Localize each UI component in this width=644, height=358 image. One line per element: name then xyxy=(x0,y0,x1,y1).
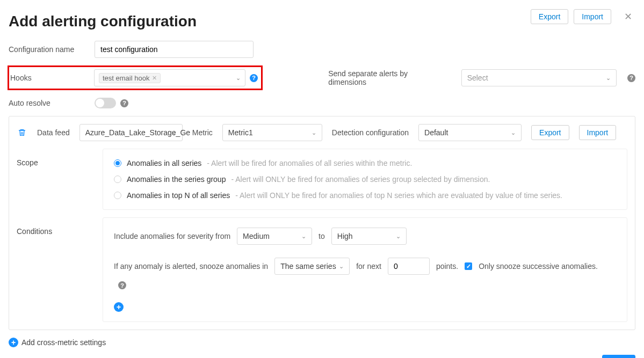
chevron-down-icon: ⌄ xyxy=(511,129,516,136)
auto-resolve-toggle[interactable] xyxy=(95,98,116,108)
chevron-down-icon: ⌄ xyxy=(301,233,306,240)
scope-option-desc: - Alert will be fired for anomalies of a… xyxy=(207,159,412,167)
add-condition-button[interactable]: + xyxy=(114,302,124,312)
scope-option-topn[interactable]: Anomalies in top N of all series - Alert… xyxy=(114,191,616,200)
conditions-label: Conditions xyxy=(17,217,103,236)
add-cross-metric-button[interactable]: + Add cross-metric settings xyxy=(9,338,635,347)
chevron-down-icon: ⌄ xyxy=(339,263,344,270)
add-cross-metric-label: Add cross-metric settings xyxy=(21,338,106,347)
detection-config-select[interactable]: Default ⌄ xyxy=(418,124,522,141)
chevron-down-icon: ⌄ xyxy=(606,75,611,82)
hooks-label: Hooks xyxy=(9,74,94,82)
for-next-label: for next xyxy=(356,262,381,271)
to-label: to xyxy=(319,232,325,240)
successive-label: Only snooze successive anomalies. xyxy=(479,262,598,271)
data-feed-select[interactable]: Azure_Data_Lake_Storage_Ge ⌄ xyxy=(79,124,183,141)
radio-icon xyxy=(114,159,121,167)
import-button[interactable]: Import xyxy=(574,9,611,24)
chevron-down-icon: ⌄ xyxy=(312,129,316,136)
help-icon[interactable]: ? xyxy=(120,99,128,107)
scope-panel: Anomalies in all series - Alert will be … xyxy=(103,149,627,210)
dimensions-label: Send separate alerts by dimensions xyxy=(328,69,445,86)
detection-config-label: Detection configuration xyxy=(332,128,409,137)
points-label: points. xyxy=(436,262,458,271)
config-name-input[interactable] xyxy=(95,41,254,58)
chevron-down-icon: ⌄ xyxy=(396,233,401,240)
feed-export-button[interactable]: Export xyxy=(531,125,569,140)
scope-option-group[interactable]: Anomalies in the series group - Alert wi… xyxy=(114,175,616,184)
severity-to-value: High xyxy=(337,232,353,240)
chevron-down-icon: ⌄ xyxy=(236,75,241,82)
export-button[interactable]: Export xyxy=(531,9,568,24)
scope-option-all[interactable]: Anomalies in all series - Alert will be … xyxy=(114,159,616,167)
severity-from-value: Medium xyxy=(243,232,270,240)
radio-icon xyxy=(114,176,121,183)
snooze-prefix: If any anomaly is alerted, snooze anomal… xyxy=(114,262,268,271)
trash-icon[interactable] xyxy=(17,128,27,137)
dimensions-select[interactable]: Select ⌄ xyxy=(461,69,617,86)
scope-option-desc: - Alert will ONLY be fired for anomalies… xyxy=(231,175,490,184)
hook-tag-label: test email hook xyxy=(103,74,149,82)
metric-select[interactable]: Metric1 ⌄ xyxy=(222,124,322,141)
conditions-panel: Include anomalies for severity from Medi… xyxy=(103,217,627,322)
severity-from-select[interactable]: Medium ⌄ xyxy=(237,228,312,245)
config-name-label: Configuration name xyxy=(9,45,95,54)
successive-checkbox[interactable]: ✓ xyxy=(465,262,472,270)
save-button[interactable]: Save xyxy=(602,355,635,358)
toggle-knob xyxy=(96,99,104,107)
help-icon[interactable]: ? xyxy=(250,74,258,82)
help-icon[interactable]: ? xyxy=(118,281,126,289)
config-panel: Data feed Azure_Data_Lake_Storage_Ge ⌄ M… xyxy=(9,116,635,330)
remove-hook-icon[interactable]: ✕ xyxy=(152,75,157,82)
plus-icon: + xyxy=(9,338,18,347)
severity-prefix: Include anomalies for severity from xyxy=(114,232,230,240)
close-icon[interactable]: ✕ xyxy=(621,9,635,25)
snooze-scope-value: The same series xyxy=(280,262,336,271)
metric-label: Metric xyxy=(192,128,213,137)
scope-option-desc: - Alert will ONLY be fired for anomalies… xyxy=(235,191,562,200)
metric-value: Metric1 xyxy=(228,128,253,137)
snooze-scope-select[interactable]: The same series ⌄ xyxy=(274,258,350,275)
scope-option-label: Anomalies in the series group xyxy=(127,175,226,184)
chevron-down-icon: ⌄ xyxy=(172,129,177,136)
severity-to-select[interactable]: High ⌄ xyxy=(331,228,407,245)
feed-import-button[interactable]: Import xyxy=(579,125,617,140)
help-icon[interactable]: ? xyxy=(627,74,635,82)
scope-label: Scope xyxy=(17,149,103,167)
data-feed-label: Data feed xyxy=(37,128,70,137)
snooze-points-input[interactable] xyxy=(388,258,430,275)
hooks-field-highlight: Hooks test email hook ✕ ⌄ ? xyxy=(8,65,263,90)
dimensions-placeholder: Select xyxy=(467,74,488,82)
page-title: Add alerting configuration xyxy=(9,13,197,30)
hook-tag: test email hook ✕ xyxy=(99,73,161,83)
scope-option-label: Anomalies in all series xyxy=(127,159,201,167)
detection-config-value: Default xyxy=(424,128,448,137)
hooks-multiselect[interactable]: test email hook ✕ ⌄ xyxy=(94,69,245,86)
scope-option-label: Anomalies in top N of all series xyxy=(127,191,230,200)
auto-resolve-label: Auto resolve xyxy=(9,99,95,107)
radio-icon xyxy=(114,192,121,199)
